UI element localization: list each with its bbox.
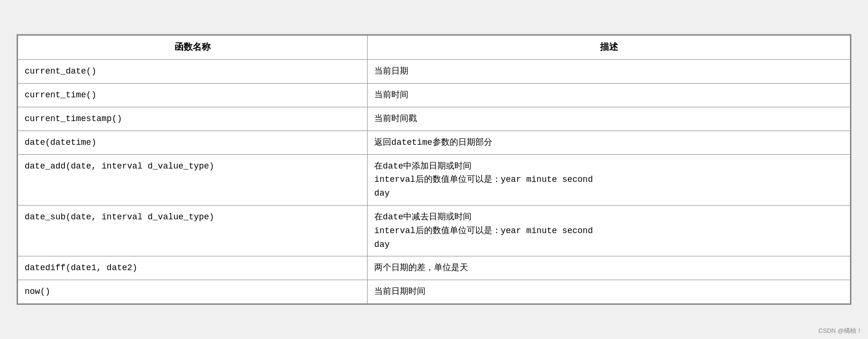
cell-desc: 在date中减去日期或时间interval后的数值单位可以是：year minu… (368, 205, 850, 256)
cell-desc: 当前日期时间 (368, 280, 850, 304)
cell-desc: 两个日期的差，单位是天 (368, 256, 850, 280)
main-table-container: 函数名称 描述 current_date()当前日期current_time()… (17, 34, 851, 305)
watermark-text: CSDN @橘柚！ (818, 327, 862, 335)
table-row: date(datetime)返回datetime参数的日期部分 (18, 131, 850, 154)
table-row: current_time()当前时间 (18, 84, 850, 107)
cell-func: datediff(date1, date2) (18, 256, 368, 280)
cell-func: date_add(date, interval d_value_type) (18, 154, 368, 205)
cell-desc: 当前时间戳 (368, 107, 850, 131)
cell-func: date(datetime) (18, 131, 368, 154)
cell-func: now() (18, 280, 368, 304)
table-row: current_timestamp()当前时间戳 (18, 107, 850, 131)
cell-func: date_sub(date, interval d_value_type) (18, 205, 368, 256)
cell-func: current_timestamp() (18, 107, 368, 131)
table-header-row: 函数名称 描述 (18, 36, 850, 60)
cell-func: current_time() (18, 84, 368, 107)
table-row: date_sub(date, interval d_value_type)在da… (18, 205, 850, 256)
table-row: date_add(date, interval d_value_type)在da… (18, 154, 850, 205)
table-row: current_date()当前日期 (18, 60, 850, 84)
cell-func: current_date() (18, 60, 368, 84)
table-row: datediff(date1, date2)两个日期的差，单位是天 (18, 256, 850, 280)
header-desc: 描述 (368, 36, 850, 60)
table-row: now()当前日期时间 (18, 280, 850, 304)
cell-desc: 当前时间 (368, 84, 850, 107)
functions-table: 函数名称 描述 current_date()当前日期current_time()… (18, 35, 850, 304)
header-func: 函数名称 (18, 36, 368, 60)
cell-desc: 在date中添加日期或时间interval后的数值单位可以是：year minu… (368, 154, 850, 205)
cell-desc: 当前日期 (368, 60, 850, 84)
cell-desc: 返回datetime参数的日期部分 (368, 131, 850, 154)
